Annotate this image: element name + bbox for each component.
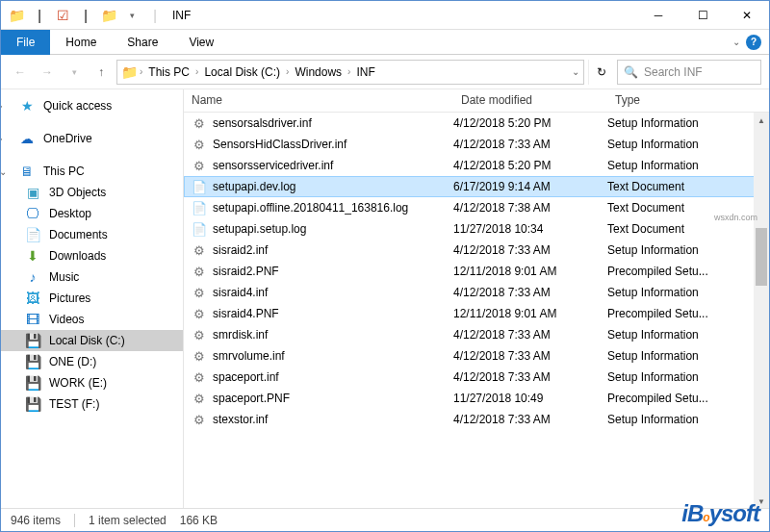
file-list: Name Date modified Type ⚙sensorsalsdrive… [184, 89, 769, 509]
window-title: INF [172, 9, 191, 22]
chevron-down-icon[interactable]: ▾ [122, 6, 141, 25]
file-row[interactable]: ⚙stexstor.inf4/12/2018 7:33 AMSetup Info… [184, 409, 769, 430]
chevron-down-icon[interactable]: ⌄ [1, 166, 9, 177]
main-area: › ★ Quick access › ☁ OneDrive ⌄ 🖥 This P… [1, 89, 769, 509]
file-row[interactable]: 📄setupapi.dev.log6/17/2019 9:14 AMText D… [184, 176, 769, 197]
file-name: setupapi.offline.20180411_163816.log [213, 201, 408, 215]
sidebar-item-downloads[interactable]: ⬇Downloads [1, 245, 183, 266]
file-name: SensorsHidClassDriver.inf [213, 138, 346, 151]
sidebar-item-test-f[interactable]: 💾TEST (F:) [1, 393, 183, 415]
file-row[interactable]: ⚙smrdisk.inf4/12/2018 7:33 AMSetup Infor… [184, 324, 769, 345]
file-icon: ⚙ [192, 115, 207, 131]
chevron-right-icon[interactable]: › [140, 66, 142, 77]
breadcrumb[interactable]: INF [352, 62, 378, 83]
file-type: Setup Information [607, 116, 769, 130]
file-row[interactable]: ⚙smrvolume.inf4/12/2018 7:33 AMSetup Inf… [184, 345, 769, 367]
document-icon: 📄 [24, 226, 41, 243]
desktop-icon: 🖵 [24, 205, 41, 222]
file-row[interactable]: ⚙spaceport.PNF11/27/2018 10:49Precompile… [184, 388, 769, 409]
sidebar-label: WORK (E:) [49, 376, 107, 390]
file-row[interactable]: ⚙sisraid4.inf4/12/2018 7:33 AMSetup Info… [184, 282, 769, 303]
column-date[interactable]: Date modified [453, 89, 607, 112]
help-icon[interactable]: ? [746, 35, 761, 50]
file-row[interactable]: ⚙sensorsalsdriver.inf4/12/2018 5:20 PMSe… [184, 113, 769, 134]
file-icon: 📄 [192, 179, 207, 194]
sidebar-this-pc[interactable]: ⌄ 🖥 This PC [1, 161, 183, 182]
sidebar-label: 3D Objects [49, 186, 106, 199]
file-name: sensorsservicedriver.inf [213, 159, 333, 172]
sidebar-item-music[interactable]: ♪Music [1, 266, 183, 288]
search-input[interactable]: 🔍 Search INF [617, 60, 761, 85]
address-dropdown-icon[interactable]: ⌄ [572, 66, 579, 77]
file-type: Setup Information [607, 370, 769, 384]
sidebar-onedrive[interactable]: › ☁ OneDrive [1, 128, 183, 149]
file-date: 12/11/2018 9:01 AM [453, 307, 607, 320]
sidebar-item-local-disk-c[interactable]: 💾Local Disk (C:) [1, 330, 183, 351]
sidebar-label: This PC [43, 165, 85, 178]
column-name[interactable]: Name [184, 89, 453, 112]
sidebar-label: OneDrive [43, 132, 92, 145]
back-button[interactable]: ← [9, 61, 32, 84]
scroll-up-icon[interactable]: ▲ [754, 113, 769, 128]
sidebar-quick-access[interactable]: › ★ Quick access [1, 95, 183, 116]
sidebar-item-desktop[interactable]: 🖵Desktop [1, 203, 183, 224]
chevron-right-icon[interactable]: › [347, 66, 350, 77]
breadcrumb[interactable]: Windows [291, 62, 346, 83]
file-row[interactable]: ⚙spaceport.inf4/12/2018 7:33 AMSetup Inf… [184, 367, 769, 388]
status-item-count: 946 items [11, 514, 61, 527]
disk-icon: 💾 [24, 395, 41, 413]
forward-button[interactable]: → [36, 61, 59, 84]
refresh-button[interactable]: ↻ [588, 60, 613, 85]
file-icon: ⚙ [192, 264, 207, 279]
column-headers: Name Date modified Type [184, 89, 769, 113]
file-date: 4/12/2018 7:33 AM [453, 349, 607, 363]
breadcrumb[interactable]: Local Disk (C:) [200, 62, 284, 83]
breadcrumb[interactable]: This PC [144, 62, 193, 83]
sidebar-item-work-e[interactable]: 💾WORK (E:) [1, 372, 183, 393]
file-row[interactable]: 📄setupapi.offline.20180411_163816.log4/1… [184, 197, 769, 218]
file-icon: 📄 [192, 221, 207, 237]
file-row[interactable]: ⚙sisraid4.PNF12/11/2018 9:01 AMPrecompil… [184, 303, 769, 324]
scrollbar-vertical[interactable]: ▲ ▼ [754, 113, 769, 509]
chevron-right-icon[interactable]: › [1, 101, 9, 112]
tab-home[interactable]: Home [50, 30, 112, 55]
tab-file[interactable]: File [1, 30, 50, 55]
ribbon-expand-icon[interactable]: ⌄ [732, 37, 740, 47]
chevron-right-icon[interactable]: › [195, 66, 198, 77]
sidebar-item-documents[interactable]: 📄Documents [1, 224, 183, 245]
status-bar: 946 items 1 item selected 166 KB [1, 508, 769, 531]
scroll-thumb[interactable] [756, 228, 767, 286]
sidebar-label: Local Disk (C:) [49, 334, 125, 347]
file-row[interactable]: ⚙SensorsHidClassDriver.inf4/12/2018 7:33… [184, 134, 769, 155]
file-date: 4/12/2018 7:33 AM [453, 413, 607, 426]
file-name: setupapi.dev.log [213, 180, 296, 193]
sidebar-item-3d[interactable]: ▣3D Objects [1, 182, 183, 203]
navbar: ← → ▾ ↑ 📁 › This PC › Local Disk (C:) › … [1, 55, 769, 89]
chevron-right-icon[interactable]: › [286, 66, 289, 77]
file-row[interactable]: ⚙sensorsservicedriver.inf4/12/2018 5:20 … [184, 155, 769, 176]
sidebar-item-videos[interactable]: 🎞Videos [1, 309, 183, 330]
column-type[interactable]: Type [607, 89, 769, 112]
chevron-right-icon[interactable]: › [1, 134, 9, 144]
tab-share[interactable]: Share [112, 30, 173, 55]
sidebar-label: Music [49, 270, 79, 284]
music-icon: ♪ [24, 268, 41, 286]
folder-icon: 📁 [121, 64, 138, 80]
quick-access-check-icon[interactable]: ☑ [53, 6, 72, 25]
tab-view[interactable]: View [173, 30, 229, 55]
file-row[interactable]: ⚙sisraid2.PNF12/11/2018 9:01 AMPrecompil… [184, 261, 769, 282]
status-selected: 1 item selected [89, 514, 167, 527]
up-button[interactable]: ↑ [90, 61, 113, 84]
address-bar[interactable]: 📁 › This PC › Local Disk (C:) › Windows … [116, 60, 584, 85]
file-name: sensorsalsdriver.inf [213, 116, 312, 130]
file-row[interactable]: ⚙sisraid2.inf4/12/2018 7:33 AMSetup Info… [184, 240, 769, 261]
file-icon: ⚙ [192, 391, 207, 406]
maximize-button[interactable]: ☐ [680, 1, 725, 30]
minimize-button[interactable]: ─ [636, 1, 680, 30]
sidebar-item-one-d[interactable]: 💾ONE (D:) [1, 351, 183, 372]
close-button[interactable]: ✕ [725, 1, 769, 30]
file-row[interactable]: 📄setupapi.setup.log11/27/2018 10:34Text … [184, 218, 769, 240]
status-size: 166 KB [180, 514, 218, 527]
recent-dropdown[interactable]: ▾ [63, 61, 86, 84]
sidebar-item-pictures[interactable]: 🖼Pictures [1, 288, 183, 309]
